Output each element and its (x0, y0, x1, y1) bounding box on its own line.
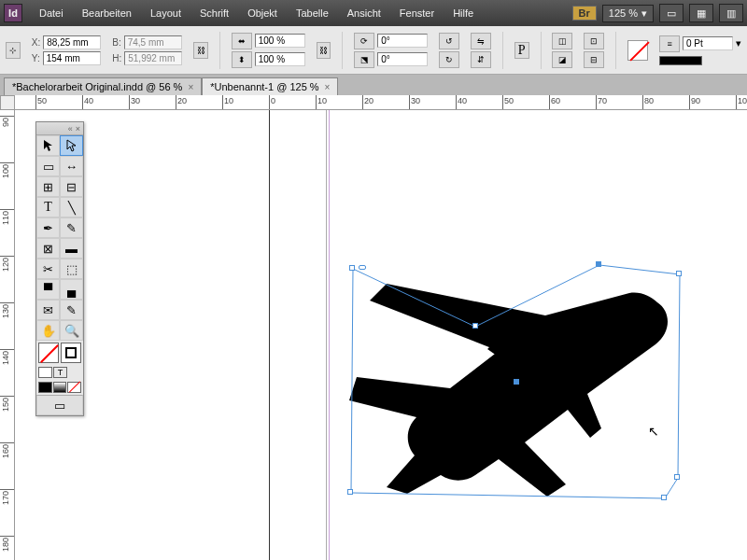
document-canvas[interactable]: ↖ (15, 110, 747, 560)
hand-tool-icon[interactable]: ✋ (36, 320, 60, 341)
menu-layout[interactable]: Layout (141, 4, 190, 22)
ruler-horizontal[interactable]: 50403020100102030405060708090100 (15, 95, 747, 110)
view-mode-icon[interactable]: ▭ (36, 395, 83, 415)
chevron-down-icon[interactable]: ▾ (736, 37, 741, 49)
scale-y-input[interactable] (255, 52, 305, 66)
workspace-icon[interactable]: ▥ (719, 4, 743, 22)
apply-text-icon[interactable]: T (53, 367, 67, 378)
page-tool-icon[interactable]: ▭ (36, 156, 60, 176)
note-tool-icon[interactable]: ✉ (36, 300, 60, 320)
scale-y-icon: ⬍ (232, 51, 252, 68)
menu-bearbeiten[interactable]: Bearbeiten (73, 4, 141, 22)
fit-content-icon[interactable]: ⊡ (584, 33, 604, 49)
apply-gradient-icon[interactable] (53, 382, 67, 393)
tools-panel: « × ▭ ↔ ⊞ ⊟ T ╲ ✒ ✎ ⊠ ▬ ✂ ⬚ ▀ ▄ ✉ ✎ ✋ 🔍 … (35, 121, 84, 416)
h-label: H: (112, 53, 121, 63)
shear-icon: ⬔ (354, 51, 374, 68)
menu-datei[interactable]: Datei (30, 4, 73, 22)
zoom-dropdown[interactable]: 125 %▾ (602, 5, 654, 22)
arrange-icon[interactable]: ▦ (689, 4, 713, 22)
fill-color-swatch[interactable] (38, 343, 59, 363)
rotate-ccw-icon[interactable]: ↺ (439, 33, 459, 49)
collapse-icon[interactable]: « (68, 124, 73, 133)
reference-point-icon[interactable]: ⊹ (6, 42, 21, 59)
apply-color-icon[interactable] (38, 382, 52, 393)
fit-frame-icon[interactable]: ⊟ (584, 51, 604, 68)
margin-guide (329, 110, 330, 560)
line-tool-icon[interactable]: ╲ (60, 197, 83, 217)
w-label: B: (112, 37, 120, 48)
menu-schrift[interactable]: Schrift (190, 4, 238, 22)
stroke-color-swatch[interactable] (61, 343, 81, 363)
placed-image-airplane[interactable] (349, 265, 685, 508)
selection-tool-icon[interactable] (36, 135, 60, 156)
rotate-input[interactable] (377, 34, 428, 48)
close-icon[interactable]: × (325, 82, 331, 92)
rectangle-tool-icon[interactable]: ▬ (60, 238, 83, 259)
flip-h-icon[interactable]: ⇋ (471, 33, 491, 49)
paragraph-style-icon[interactable]: P (514, 42, 529, 59)
select-container-icon[interactable]: ◫ (552, 33, 572, 49)
spread-edge (269, 110, 270, 560)
page-edge (326, 110, 327, 560)
ruler-origin[interactable] (0, 95, 15, 110)
close-icon[interactable]: × (76, 124, 80, 133)
gap-tool-icon[interactable]: ↔ (60, 156, 83, 176)
y-input[interactable] (43, 51, 101, 65)
apply-container-icon[interactable] (38, 367, 52, 378)
doc-tab-0[interactable]: *Bachelorarbeit Original.indd @ 56 %× (4, 77, 202, 95)
w-input[interactable] (124, 35, 182, 49)
scale-x-icon: ⬌ (232, 33, 252, 49)
zoom-value: 125 % (609, 7, 638, 20)
app-icon: Id (4, 4, 22, 22)
control-panel: ⊹ X: Y: B: H: ⛓ ⬌ ⬍ ⛓ ⟳ ⬔ ↺ ↻ ⇋ ⇵ P ◫ ◪ … (0, 26, 747, 75)
ruler-vertical[interactable]: 90100110120130140150160170180 (0, 110, 15, 560)
content-collector-icon[interactable]: ⊞ (36, 176, 60, 197)
chevron-down-icon: ▾ (641, 7, 647, 20)
constrain-scale-icon[interactable]: ⛓ (317, 42, 331, 59)
content-placer-icon[interactable]: ⊟ (60, 176, 83, 197)
bridge-badge[interactable]: Br (572, 6, 597, 21)
x-input[interactable] (43, 35, 101, 49)
scale-x-input[interactable] (255, 34, 305, 48)
eyedropper-tool-icon[interactable]: ✎ (60, 300, 83, 320)
flip-v-icon[interactable]: ⇵ (471, 51, 491, 68)
doc-tab-1[interactable]: *Unbenannt-1 @ 125 %× (202, 77, 338, 95)
doc-tab-label: *Unbenannt-1 @ 125 % (210, 81, 318, 92)
pencil-tool-icon[interactable]: ✎ (60, 217, 83, 238)
pen-tool-icon[interactable]: ✒ (36, 217, 60, 238)
menu-hilfe[interactable]: Hilfe (444, 4, 483, 22)
menu-fenster[interactable]: Fenster (390, 4, 444, 22)
menubar: Id Datei Bearbeiten Layout Schrift Objek… (0, 0, 747, 26)
fill-swatch[interactable] (627, 40, 648, 61)
rectangle-frame-tool-icon[interactable]: ⊠ (36, 238, 60, 259)
direct-selection-tool-icon[interactable] (60, 135, 83, 156)
shear-input[interactable] (377, 52, 428, 66)
apply-none-icon[interactable] (67, 382, 81, 393)
menu-ansicht[interactable]: Ansicht (338, 4, 390, 22)
stroke-weight-input[interactable] (683, 36, 733, 50)
menu-tabelle[interactable]: Tabelle (287, 4, 338, 22)
scissors-tool-icon[interactable]: ✂ (36, 259, 60, 279)
fill-stroke-swatches (36, 341, 83, 365)
y-label: Y: (32, 53, 40, 63)
stroke-style-swatch[interactable] (659, 56, 702, 65)
stroke-weight-icon: ≡ (659, 35, 680, 52)
close-icon[interactable]: × (188, 82, 193, 92)
zoom-tool-icon[interactable]: 🔍 (60, 320, 83, 341)
doc-tab-label: *Bachelorarbeit Original.indd @ 56 % (12, 81, 182, 92)
menu-objekt[interactable]: Objekt (238, 4, 287, 22)
gradient-feather-tool-icon[interactable]: ▄ (60, 279, 83, 300)
free-transform-tool-icon[interactable]: ⬚ (60, 259, 83, 279)
h-input[interactable] (124, 51, 182, 65)
tools-panel-header[interactable]: « × (36, 122, 83, 135)
type-tool-icon[interactable]: T (36, 197, 60, 217)
document-tabs: *Bachelorarbeit Original.indd @ 56 %× *U… (0, 75, 747, 95)
rotate-cw-icon[interactable]: ↻ (439, 51, 459, 68)
gradient-swatch-tool-icon[interactable]: ▀ (36, 279, 60, 300)
screen-mode-icon[interactable]: ▭ (659, 4, 684, 22)
constrain-icon[interactable]: ⛓ (193, 42, 208, 59)
rotate-icon: ⟳ (354, 33, 374, 49)
x-label: X: (32, 37, 40, 48)
select-content-icon[interactable]: ◪ (552, 51, 572, 68)
